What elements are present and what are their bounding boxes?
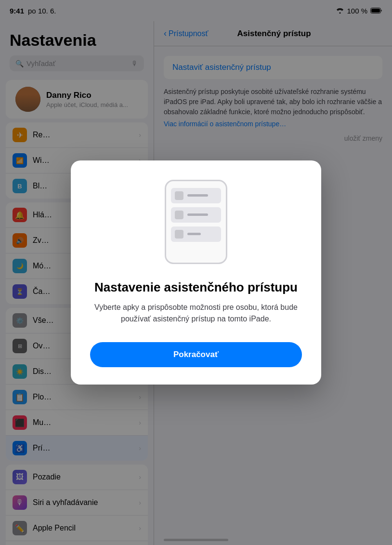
modal-card: Nastavenie asistenčného prístupu Vyberte… — [71, 160, 321, 385]
illustration-line-1 — [187, 194, 208, 197]
illustration-icon — [175, 230, 183, 239]
illustration-row-3 — [171, 226, 221, 242]
illustration-row-1 — [171, 188, 221, 203]
illustration-lines — [187, 194, 217, 197]
illustration-row-2 — [171, 207, 221, 223]
illustration-line-2 — [187, 213, 208, 216]
illustration-lines — [187, 233, 217, 235]
modal-description: Vyberte apky a prispôsobte možnosti pre … — [90, 302, 302, 325]
illustration-icon — [175, 191, 183, 200]
continue-button-label: Pokračovať — [173, 350, 219, 359]
illustration-icon — [175, 211, 183, 219]
illustration-line-3 — [187, 233, 201, 235]
illustration-phone — [165, 180, 227, 264]
illustration-lines — [187, 213, 217, 216]
continue-button[interactable]: Pokračovať — [90, 342, 302, 367]
modal-overlay: Nastavenie asistenčného prístupu Vyberte… — [0, 0, 392, 545]
modal-title: Nastavenie asistenčného prístupu — [94, 280, 298, 295]
modal-illustration — [157, 180, 235, 266]
